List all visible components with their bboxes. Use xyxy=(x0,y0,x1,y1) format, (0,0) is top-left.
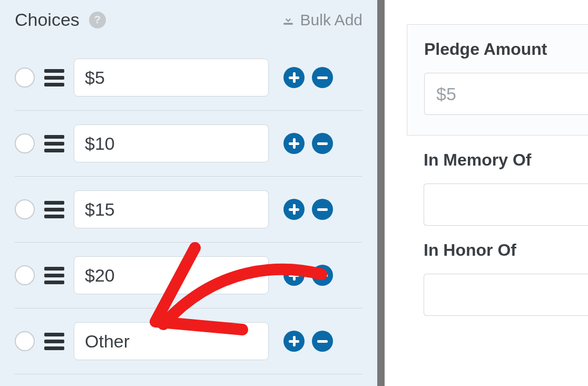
remove-choice-button[interactable] xyxy=(312,199,333,220)
form-preview-panel: Pledge Amount In Memory Of In Honor Of xyxy=(385,0,588,386)
remove-choice-button[interactable] xyxy=(312,67,333,88)
section-title: Choices xyxy=(15,9,80,30)
bulk-add-label: Bulk Add xyxy=(300,11,362,29)
add-choice-button[interactable] xyxy=(283,199,305,220)
in-honor-of-input[interactable] xyxy=(424,274,588,316)
minus-icon xyxy=(317,274,328,277)
default-radio[interactable] xyxy=(15,331,35,351)
row-actions xyxy=(283,133,333,154)
in-memory-of-input[interactable] xyxy=(424,184,588,226)
default-radio[interactable] xyxy=(15,265,35,285)
honor-field-group: In Honor Of xyxy=(407,226,588,316)
field-label: In Memory Of xyxy=(424,150,588,170)
add-choice-button[interactable] xyxy=(283,331,305,352)
remove-choice-button[interactable] xyxy=(312,265,333,286)
minus-icon xyxy=(317,340,328,343)
add-choice-button[interactable] xyxy=(283,265,305,286)
minus-icon xyxy=(317,208,328,211)
choice-row xyxy=(15,243,362,308)
plus-icon xyxy=(289,270,299,281)
header-left: Choices ? xyxy=(15,9,106,30)
drag-handle-icon[interactable] xyxy=(44,69,64,86)
panel-header: Choices ? Bulk Add xyxy=(15,9,362,30)
bulk-add-button[interactable]: Bulk Add xyxy=(281,11,362,29)
drag-handle-icon[interactable] xyxy=(44,267,64,284)
pledge-amount-select[interactable] xyxy=(424,73,588,115)
plus-icon xyxy=(289,336,299,346)
drag-handle-icon[interactable] xyxy=(44,201,64,218)
choice-value-input[interactable] xyxy=(74,190,269,228)
remove-choice-button[interactable] xyxy=(312,133,333,154)
choices-editor-panel: Choices ? Bulk Add xyxy=(0,0,385,386)
choice-value-input[interactable] xyxy=(74,322,269,360)
choice-row xyxy=(15,45,362,111)
download-icon xyxy=(281,13,295,27)
choice-value-input[interactable] xyxy=(74,256,269,294)
choice-row xyxy=(15,177,362,243)
field-label: Pledge Amount xyxy=(424,40,588,59)
choice-row xyxy=(15,111,362,177)
minus-icon xyxy=(317,142,328,145)
choice-row xyxy=(15,308,362,374)
memory-field-group: In Memory Of xyxy=(407,136,588,226)
plus-icon xyxy=(289,72,299,83)
default-radio[interactable] xyxy=(15,67,35,88)
add-choice-button[interactable] xyxy=(283,67,305,88)
plus-icon xyxy=(289,138,299,149)
row-actions xyxy=(283,199,333,220)
default-radio[interactable] xyxy=(15,199,35,219)
row-actions xyxy=(283,265,333,286)
row-actions xyxy=(283,331,333,352)
pledge-amount-card: Pledge Amount xyxy=(407,24,588,136)
help-icon[interactable]: ? xyxy=(89,12,106,28)
drag-handle-icon[interactable] xyxy=(44,135,64,152)
add-choice-button[interactable] xyxy=(283,133,305,154)
choice-value-input[interactable] xyxy=(74,59,269,96)
drag-handle-icon[interactable] xyxy=(44,333,64,350)
default-radio[interactable] xyxy=(15,133,35,153)
minus-icon xyxy=(317,76,328,79)
field-label: In Honor Of xyxy=(424,240,588,260)
remove-choice-button[interactable] xyxy=(312,331,333,352)
choice-value-input[interactable] xyxy=(74,124,269,162)
plus-icon xyxy=(289,204,299,215)
row-actions xyxy=(283,67,333,88)
